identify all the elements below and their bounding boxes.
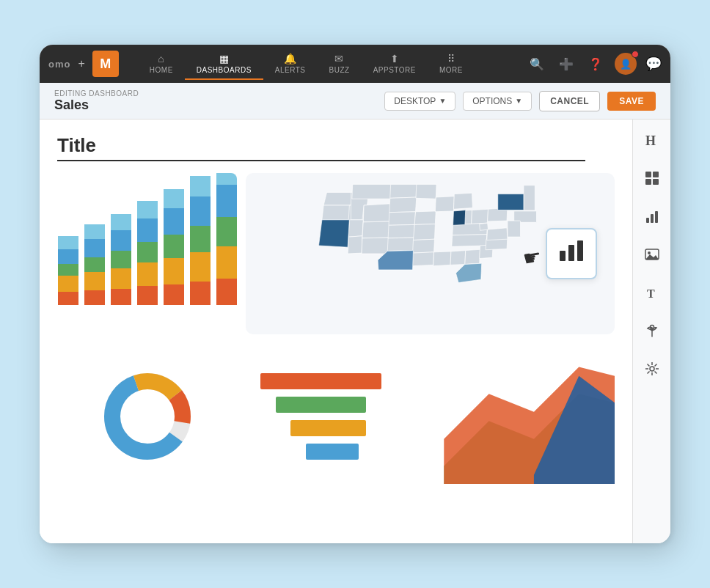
svg-rect-62 [651, 214, 654, 223]
save-button[interactable]: SAVE [607, 92, 656, 111]
editing-info: EDITING DASHBOARD Sales [54, 89, 373, 113]
sidebar-image-icon[interactable] [640, 243, 664, 266]
page-title-input[interactable] [57, 134, 585, 161]
nav-label-home: HOME [150, 66, 173, 74]
bar-segment [84, 290, 105, 305]
svg-point-65 [648, 251, 651, 254]
svg-rect-59 [645, 179, 651, 185]
bar-segment [137, 286, 158, 305]
cancel-button[interactable]: CANCEL [539, 91, 600, 111]
area-chart-card[interactable] [435, 343, 615, 490]
dashboards-icon: ▦ [219, 53, 230, 65]
logo-area[interactable]: omo + M [48, 51, 119, 77]
svg-marker-9 [362, 221, 391, 238]
svg-marker-35 [480, 223, 488, 230]
svg-marker-11 [390, 184, 417, 198]
svg-rect-63 [655, 211, 658, 223]
svg-rect-38 [524, 185, 535, 210]
main-content: ☛ [40, 120, 670, 543]
bar-segment [84, 272, 105, 290]
nav-item-alerts[interactable]: 🔔 ALERTS [263, 48, 318, 80]
bar-segment [190, 196, 211, 226]
desktop-button[interactable]: DESKTOP ▼ [384, 92, 455, 111]
bar-segment [58, 236, 78, 249]
nav-item-appstore[interactable]: ⬆ APPSTORE [362, 48, 428, 80]
svg-marker-13 [389, 212, 416, 225]
svg-rect-58 [653, 172, 659, 177]
svg-marker-66 [645, 254, 659, 260]
area-chart-svg [435, 343, 615, 490]
nav-right: 🔍 ➕ ❓ 👤 💬 [527, 53, 662, 75]
search-icon[interactable]: 🔍 [527, 54, 547, 74]
bar-chart-card[interactable] [57, 173, 237, 334]
sidebar-settings-icon[interactable] [640, 357, 664, 381]
sidebar-header-icon[interactable]: H [640, 128, 664, 152]
bar-segment [58, 292, 78, 305]
svg-marker-29 [450, 251, 466, 265]
svg-marker-18 [415, 211, 436, 224]
bar-segment [164, 208, 184, 235]
svg-marker-10 [362, 238, 389, 254]
step-bar-4 [306, 444, 359, 460]
bar-segment [58, 249, 78, 264]
nav-item-home[interactable]: ⌂ HOME [138, 48, 185, 80]
svg-line-74 [647, 364, 649, 367]
bar-group [190, 176, 211, 305]
bar-segment [58, 276, 78, 292]
nav-item-dashboards[interactable]: ▦ DASHBOARDS [185, 48, 263, 80]
step-chart-card[interactable] [246, 343, 425, 490]
sidebar-plant-icon[interactable] [640, 319, 664, 342]
svg-rect-47 [568, 245, 574, 261]
avatar-initial: 👤 [620, 59, 632, 70]
nav-item-more[interactable]: ⠿ MORE [428, 48, 475, 80]
donut-chart-card[interactable] [57, 343, 237, 490]
sidebar-grid-icon[interactable] [640, 166, 664, 190]
bar-segment [216, 246, 237, 279]
nav-item-buzz[interactable]: ✉ BUZZ [318, 48, 362, 80]
floating-chart-icon[interactable] [546, 228, 597, 279]
svg-rect-48 [577, 240, 583, 261]
svg-marker-1 [322, 205, 351, 220]
map-chart-card[interactable]: ☛ [246, 173, 615, 334]
chat-icon[interactable]: 💬 [645, 56, 662, 72]
options-button[interactable]: OPTIONS ▼ [463, 92, 532, 111]
svg-marker-8 [348, 236, 362, 254]
svg-point-69 [650, 367, 654, 371]
avatar[interactable]: 👤 [615, 53, 637, 75]
svg-marker-17 [416, 184, 436, 199]
canvas-area: ☛ [40, 120, 632, 543]
step-bar-1 [260, 373, 381, 389]
charts-grid: ☛ [57, 173, 615, 490]
bar-segment [216, 279, 237, 305]
nav-label-more: MORE [439, 66, 463, 74]
svg-marker-7 [349, 220, 364, 237]
add-icon[interactable]: ➕ [556, 54, 577, 74]
bar-segment [111, 289, 131, 305]
desktop-chevron-icon: ▼ [439, 97, 446, 105]
step-bar-2 [276, 397, 366, 413]
more-icon: ⠿ [447, 53, 455, 65]
svg-marker-5 [352, 184, 392, 199]
bar-segment [111, 251, 131, 268]
nav-items: ⌂ HOME ▦ DASHBOARDS 🔔 ALERTS ✉ BUZZ ⬆ AP… [138, 48, 527, 80]
bar-segment [190, 252, 211, 282]
options-label: OPTIONS [472, 96, 512, 106]
alerts-icon: 🔔 [284, 53, 297, 65]
help-icon[interactable]: ❓ [585, 54, 606, 74]
bar-segment [190, 176, 211, 196]
logo-m: M [92, 51, 119, 77]
bar-segment [216, 217, 237, 246]
bar-segment [216, 173, 237, 185]
bar-segment [164, 235, 184, 258]
appstore-icon: ⬆ [390, 53, 400, 65]
svg-rect-57 [645, 172, 651, 177]
logo-domo-text: omo [48, 59, 70, 70]
bar-group [216, 173, 237, 305]
svg-marker-23 [454, 193, 473, 209]
step-chart [246, 359, 425, 474]
sidebar-barchart-icon[interactable] [640, 205, 664, 228]
nav-label-buzz: BUZZ [329, 66, 350, 74]
sidebar-text-icon[interactable]: T [640, 281, 664, 304]
svg-rect-40 [508, 221, 521, 237]
svg-marker-14 [388, 224, 414, 238]
